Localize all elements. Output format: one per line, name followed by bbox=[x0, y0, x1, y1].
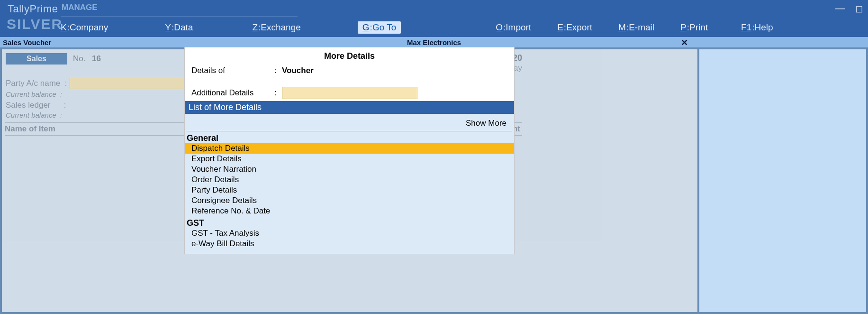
voucher-no-value: 16 bbox=[92, 54, 101, 64]
list-header: List of More Details bbox=[185, 101, 514, 114]
voucher-no-label: No. bbox=[73, 54, 85, 64]
manage-underline bbox=[61, 16, 298, 17]
menu-import[interactable]: O:Import bbox=[496, 22, 531, 33]
menu-print[interactable]: P:Print bbox=[680, 22, 708, 33]
menu-email[interactable]: M:E-mail bbox=[618, 22, 654, 33]
subheader-center: Max Electronics bbox=[0, 38, 868, 46]
show-more-link[interactable]: Show More bbox=[187, 114, 512, 131]
title-bar: TallyPrime SILVER MANAGE — ◻ K:Company Y… bbox=[0, 0, 868, 37]
menu-bar: K:Company Y:Data Z:Exchange G:Go To O:Im… bbox=[61, 20, 863, 35]
right-panel bbox=[699, 49, 866, 312]
details-of-row: Details of : Voucher bbox=[185, 64, 514, 77]
party-label: Party A/c name : bbox=[6, 79, 67, 88]
list-group-title: General bbox=[185, 131, 514, 143]
workspace: Sales No. 16 15-Sep-20 Tuesday Party A/c… bbox=[0, 47, 868, 314]
voucher-type-badge: Sales bbox=[6, 53, 67, 65]
additional-details-label: Additional Details bbox=[191, 88, 274, 98]
current-balance-1: Current balance : bbox=[6, 90, 62, 98]
additional-details-row: Additional Details : bbox=[185, 85, 514, 101]
list-item[interactable]: Order Details bbox=[185, 175, 514, 185]
menu-export[interactable]: E:Export bbox=[557, 22, 592, 33]
sales-ledger-label: Sales ledger : bbox=[6, 101, 66, 110]
menu-exchange[interactable]: Z:Exchange bbox=[252, 22, 300, 33]
list-item[interactable]: Party Details bbox=[185, 185, 514, 195]
additional-details-input[interactable] bbox=[282, 87, 417, 99]
current-balance-2: Current balance : bbox=[6, 111, 62, 119]
list-item[interactable]: Voucher Narration bbox=[185, 164, 514, 175]
list-item[interactable]: Reference No. & Date bbox=[185, 206, 514, 216]
menu-data[interactable]: Y:Data bbox=[165, 22, 193, 33]
list-item[interactable]: e-Way Bill Details bbox=[185, 239, 514, 249]
popup-title: More Details bbox=[185, 47, 514, 64]
details-of-value: Voucher bbox=[282, 66, 314, 75]
list-item[interactable]: Dispatch Details bbox=[185, 143, 514, 154]
list-group-title: GST bbox=[185, 216, 514, 228]
menu-goto[interactable]: G:Go To bbox=[358, 21, 401, 34]
minimize-icon[interactable]: — bbox=[835, 3, 845, 14]
details-of-label: Details of bbox=[191, 66, 274, 75]
list-body: Show More GeneralDispatch DetailsExport … bbox=[185, 114, 514, 254]
list-item[interactable]: Export Details bbox=[185, 154, 514, 164]
menu-help[interactable]: F1:Help bbox=[741, 22, 773, 33]
manage-label[interactable]: MANAGE bbox=[62, 3, 98, 12]
list-item[interactable]: Consignee Details bbox=[185, 195, 514, 206]
app-name: TallyPrime bbox=[8, 3, 58, 15]
menu-company[interactable]: K:Company bbox=[61, 22, 108, 33]
maximize-icon[interactable]: ◻ bbox=[855, 3, 863, 14]
window-controls: — ◻ bbox=[835, 3, 863, 14]
more-details-popup: More Details Details of : Voucher Additi… bbox=[185, 47, 514, 254]
list-item[interactable]: GST - Tax Analysis bbox=[185, 228, 514, 239]
sub-header: Sales Voucher Max Electronics ✕ bbox=[0, 37, 868, 47]
close-icon[interactable]: ✕ bbox=[681, 37, 688, 48]
app-edition: SILVER bbox=[7, 16, 63, 32]
